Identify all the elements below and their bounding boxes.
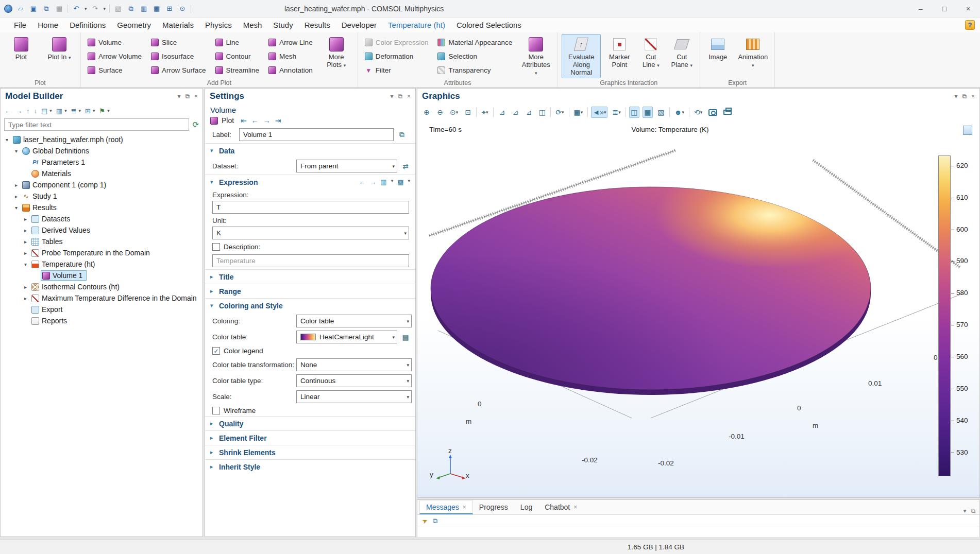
tree-item-probe-temperature[interactable]: ▸Probe Temperature in the Domain: [1, 247, 202, 258]
cut-icon[interactable]: ▧: [113, 4, 123, 13]
undo-caret-icon[interactable]: ▾: [85, 6, 87, 11]
volume-button[interactable]: Volume: [85, 36, 144, 49]
more-attributes-button[interactable]: More Attributes ▾: [519, 34, 553, 78]
description-checkbox[interactable]: [212, 243, 220, 251]
zoom-box-icon[interactable]: ⊙▾: [448, 107, 460, 118]
quality-section-header[interactable]: ▸ Quality: [205, 417, 415, 430]
last-step-icon[interactable]: ⇥: [275, 116, 281, 125]
tree-item-study[interactable]: ▸∿Study 1: [1, 191, 202, 202]
tab-progress[interactable]: Progress: [473, 500, 514, 514]
panel-menu-icon[interactable]: ▾: [963, 507, 966, 514]
edit-color-table-icon[interactable]: ▤: [400, 332, 411, 343]
settings-plot-button[interactable]: Plot: [222, 116, 234, 125]
animation-button[interactable]: Animation ▾: [735, 34, 770, 78]
label-input[interactable]: [239, 128, 394, 141]
go-to-default-view-icon[interactable]: ⌖▾: [480, 107, 490, 118]
view-menu-icon[interactable]: ≣▾: [611, 107, 622, 118]
filter-button[interactable]: ▼Filter: [362, 63, 431, 77]
sound-icon[interactable]: ◄»▾: [591, 107, 607, 118]
tab-results[interactable]: Results: [299, 19, 336, 31]
transparency-button[interactable]: Transparency: [435, 63, 515, 77]
model-manager-icon[interactable]: ⊞: [165, 4, 174, 13]
panel-float-icon[interactable]: ⧉: [962, 93, 967, 100]
tree-item-export[interactable]: Export: [1, 304, 202, 315]
description-input[interactable]: [212, 254, 409, 267]
tree-item-parameters[interactable]: PiParameters 1: [1, 157, 202, 168]
marker-point-button[interactable]: Marker Point: [605, 34, 634, 78]
undo-icon[interactable]: ↶: [72, 4, 81, 13]
zoom-extents-icon[interactable]: ⊡: [463, 107, 473, 118]
plot-button[interactable]: Plot: [4, 34, 38, 78]
camera-icon[interactable]: [707, 107, 719, 118]
replace-expression-icon[interactable]: ▦: [380, 178, 386, 186]
expand-icon[interactable]: ▸: [22, 216, 29, 222]
expand-icon[interactable]: ▸: [22, 250, 29, 256]
dataset-select[interactable]: From parent▾: [296, 160, 397, 172]
go-to-source-icon[interactable]: ⇄: [400, 161, 411, 172]
copy-messages-icon[interactable]: ⧉: [433, 517, 437, 525]
tab-chatbot[interactable]: Chatbot×: [538, 500, 583, 514]
tab-log[interactable]: Log: [514, 500, 538, 514]
tab-messages[interactable]: Messages×: [419, 500, 473, 514]
table-icon[interactable]: ▦: [152, 4, 161, 13]
expression-section-header[interactable]: ▾ Expression ← → ▦▾ ▩▾: [205, 175, 415, 189]
tab-mesh[interactable]: Mesh: [238, 19, 268, 31]
cut-line-button[interactable]: Cut Line ▾: [638, 34, 664, 78]
inherit-style-section-header[interactable]: ▸ Inherit Style: [205, 460, 415, 474]
tab-study[interactable]: Study: [267, 19, 298, 31]
previous-expression-icon[interactable]: ←: [359, 178, 365, 186]
tab-definitions[interactable]: Definitions: [64, 19, 111, 31]
slice-button[interactable]: Slice: [148, 36, 209, 49]
panel-menu-icon[interactable]: ▾: [177, 93, 180, 100]
isosurface-button[interactable]: Isosurface: [148, 49, 209, 63]
tab-geometry[interactable]: Geometry: [111, 19, 157, 31]
minimize-button[interactable]: –: [909, 0, 933, 18]
tree-item-derived-values[interactable]: ▸Derived Values: [1, 224, 202, 236]
tree-item-component[interactable]: ▸Component 1 (comp 1): [1, 179, 202, 191]
unit-select[interactable]: K▾: [212, 227, 409, 239]
contour-button[interactable]: Contour: [213, 49, 262, 63]
selected-tree-item[interactable]: Volume 1: [41, 270, 87, 281]
open-icon[interactable]: ▱: [16, 4, 25, 13]
help-icon[interactable]: ?: [965, 20, 975, 30]
rotate-icon[interactable]: ⟳▾: [554, 107, 565, 118]
deformation-button[interactable]: Deformation: [362, 49, 431, 63]
add-window-icon[interactable]: ▧: [656, 107, 666, 118]
tab-file[interactable]: File: [8, 19, 32, 31]
expand-icon[interactable]: ▸: [13, 194, 20, 199]
color-expression-button[interactable]: Color Expression: [362, 36, 431, 49]
color-table-type-select[interactable]: Continuous▾: [296, 374, 412, 387]
tab-temperature-ht[interactable]: Temperature (ht): [382, 19, 451, 31]
plot-in-button[interactable]: Plot In ▾: [42, 34, 76, 78]
close-tab-icon[interactable]: ×: [463, 504, 466, 511]
tree-item-global-definitions[interactable]: ▾Global Definitions: [1, 145, 202, 157]
coloring-select[interactable]: Color table▾: [296, 315, 412, 327]
redo-caret-icon[interactable]: ▾: [104, 6, 106, 11]
arrow-line-button[interactable]: Arrow Line: [266, 36, 315, 49]
panel-float-icon[interactable]: ⧉: [398, 93, 402, 100]
panel-float-icon[interactable]: ⧉: [185, 93, 190, 100]
zx-view-icon[interactable]: ⊿: [523, 107, 534, 118]
expand-icon[interactable]: ▸: [22, 296, 29, 301]
mirror-view-icon[interactable]: ◫: [537, 107, 547, 118]
panel-close-icon[interactable]: ×: [971, 93, 975, 100]
insert-expression-icon[interactable]: ▩: [397, 178, 403, 186]
tree-item-reports[interactable]: Reports: [1, 315, 202, 326]
line-button[interactable]: Line: [213, 36, 262, 49]
split-vertical-icon[interactable]: ▦: [643, 107, 653, 118]
show-icon[interactable]: ▤: [41, 107, 47, 115]
streamline-button[interactable]: Streamline: [213, 63, 262, 77]
tree-item-temperature-ht[interactable]: ▾Temperature (ht): [1, 258, 202, 270]
tree-item-results[interactable]: ▾Results: [1, 202, 202, 213]
scale-select[interactable]: Linear▾: [296, 390, 412, 403]
panel-float-icon[interactable]: ⧉: [971, 507, 975, 514]
tag-icon[interactable]: ⚑: [99, 107, 106, 115]
expand-icon[interactable]: ▾: [13, 205, 20, 211]
arrow-surface-button[interactable]: Arrow Surface: [148, 63, 209, 77]
image-button[interactable]: Image: [704, 34, 731, 78]
tab-colored-selections[interactable]: Colored Selections: [451, 19, 527, 31]
tab-physics[interactable]: Physics: [199, 19, 238, 31]
range-section-header[interactable]: ▸ Range: [205, 284, 415, 298]
refresh-icon[interactable]: ⟳: [192, 120, 199, 129]
back-icon[interactable]: ←: [5, 107, 11, 115]
